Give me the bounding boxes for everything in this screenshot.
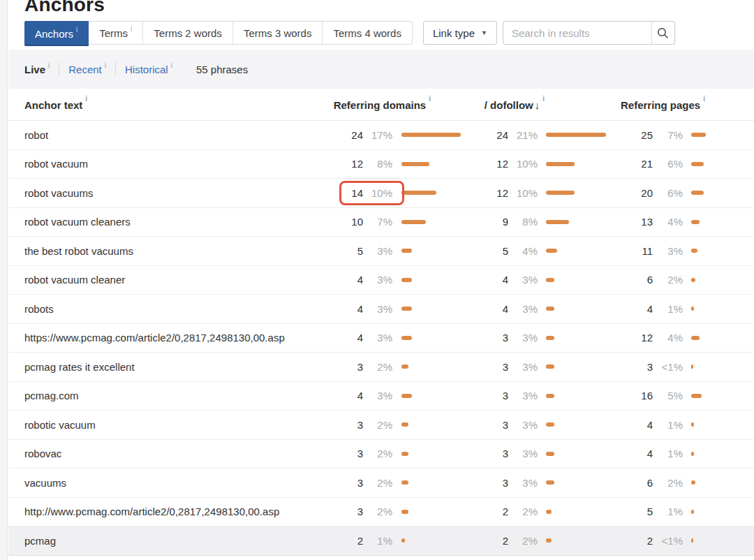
column-header-dofollow[interactable]: / dofollow↓i <box>485 98 545 110</box>
tab-terms-4-words[interactable]: Terms 4 words <box>323 22 412 44</box>
dofollow-percent: 2% <box>508 506 538 517</box>
referring-pages-bar-cell <box>683 538 754 543</box>
referring-pages-bar <box>691 452 694 456</box>
tab-terms-2-words[interactable]: Terms 2 words <box>143 22 233 44</box>
table-row[interactable]: robot vacuum cleaners107%98%134% <box>8 208 754 237</box>
anchor-text: https://www.pcmag.com/article2/0,2817,24… <box>8 332 321 344</box>
column-label: Referring pages <box>621 98 700 110</box>
dofollow-bar <box>546 510 552 514</box>
referring-pages-percent: 2% <box>653 274 683 286</box>
referring-pages-bar <box>691 162 704 166</box>
dofollow-bar <box>546 220 569 224</box>
referring-domains-bar-cell <box>392 220 475 224</box>
referring-domains-bar <box>401 510 408 514</box>
referring-pages-bar-cell <box>683 278 754 282</box>
left-gutter <box>0 0 8 560</box>
referring-domains-bar-cell <box>392 452 475 456</box>
column-header-referring-pages[interactable]: Referring pagesi <box>621 98 705 110</box>
referring-domains-percent: 2% <box>363 361 392 373</box>
anchor-text: robot <box>8 129 321 141</box>
mode-live[interactable]: Livei <box>24 64 50 75</box>
referring-pages-bar <box>691 191 704 195</box>
dofollow-bar-cell <box>538 336 619 340</box>
table-row[interactable]: robots43%43%41% <box>8 295 754 324</box>
table-row[interactable]: pcmag.com43%33%165% <box>8 382 754 411</box>
referring-pages-bar-cell <box>683 307 754 311</box>
mode-historical[interactable]: Historicali <box>125 64 172 75</box>
table-row[interactable]: vacuums32%33%62% <box>8 469 754 498</box>
link-type-dropdown[interactable]: Link type ▼ <box>423 21 497 45</box>
dofollow-percent: 3% <box>508 390 538 401</box>
dofollow-count: 9 <box>475 216 508 228</box>
dofollow-bar <box>546 249 557 253</box>
referring-domains-bar <box>401 364 408 369</box>
anchors-report: Anchors Anchorsi Termsi Terms 2 words Te… <box>8 0 754 556</box>
referring-domains-bar <box>401 249 412 253</box>
referring-pages-count: 2 <box>619 535 653 547</box>
referring-domains-bar-cell <box>392 538 475 543</box>
referring-domains-bar <box>401 162 429 166</box>
search-input[interactable] <box>503 22 651 44</box>
anchor-text: pcmag rates it excellent <box>8 361 321 373</box>
tab-terms-3-words[interactable]: Terms 3 words <box>233 22 323 44</box>
referring-pages-bar <box>691 133 706 137</box>
table-body: robot2417%2421%257%robot vacuum128%1210%… <box>8 121 754 556</box>
divider <box>59 62 59 76</box>
tab-terms[interactable]: Termsi <box>89 22 143 44</box>
dofollow-percent: 3% <box>508 332 538 344</box>
search-box <box>503 21 675 45</box>
referring-domains-bar-cell <box>392 336 475 340</box>
column-header-anchor-text[interactable]: Anchor texti <box>24 98 87 110</box>
referring-domains-bar <box>401 394 412 398</box>
column-header-referring-domains[interactable]: Referring domainsi <box>334 98 431 110</box>
dofollow-bar <box>546 133 606 137</box>
table-row[interactable]: robotic vacuum32%33%41% <box>8 411 754 440</box>
table-row[interactable]: http://www.pcmag.com/article2/0,2817,249… <box>8 498 754 527</box>
tab-label: Anchors <box>35 28 73 40</box>
referring-domains-count: 14 <box>321 187 363 199</box>
table-row[interactable]: pcmag rates it excellent32%33%3<1% <box>8 353 754 382</box>
divider <box>115 62 116 76</box>
mode-recent[interactable]: Recenti <box>68 64 106 75</box>
referring-pages-bar <box>691 278 695 282</box>
referring-domains-percent: 3% <box>363 274 392 286</box>
dofollow-count: 5 <box>475 245 508 257</box>
table-row[interactable]: robovac32%33%41% <box>8 440 754 469</box>
referring-pages-bar <box>691 249 697 253</box>
referring-pages-percent: 4% <box>653 332 683 344</box>
table-row[interactable]: pcmag21%22%2<1% <box>8 526 754 556</box>
dofollow-count: 12 <box>475 158 508 170</box>
anchor-text: robot vacuum cleaner <box>8 274 321 286</box>
referring-pages-count: 6 <box>619 274 653 286</box>
referring-domains-bar <box>401 452 408 456</box>
info-icon: i <box>85 94 87 102</box>
dofollow-bar-cell <box>538 249 619 253</box>
table-row[interactable]: robot vacuum cleaner43%43%62% <box>8 266 754 295</box>
referring-domains-count: 3 <box>321 448 363 459</box>
tab-anchors[interactable]: Anchorsi <box>24 21 89 46</box>
table-row[interactable]: https://www.pcmag.com/article2/0,2817,24… <box>8 324 754 353</box>
referring-pages-percent: 1% <box>653 419 683 431</box>
referring-pages-bar <box>691 510 694 514</box>
referring-domains-count: 10 <box>321 216 363 228</box>
dofollow-bar-cell <box>538 307 619 311</box>
table-row[interactable]: the best robot vacuums53%54%113% <box>8 237 754 266</box>
referring-domains-bar <box>401 133 461 137</box>
table-row[interactable]: robot vacuum128%1210%216% <box>8 150 754 179</box>
dofollow-bar-cell <box>538 452 619 456</box>
referring-pages-bar <box>691 394 702 398</box>
referring-pages-percent: 1% <box>653 506 683 517</box>
referring-pages-bar <box>691 538 693 543</box>
search-button[interactable] <box>651 22 674 44</box>
referring-pages-count: 12 <box>619 332 653 344</box>
referring-domains-bar <box>401 220 426 224</box>
table-row[interactable]: robot vacuums1410%1210%206% <box>8 179 754 208</box>
dofollow-bar-cell <box>538 422 619 427</box>
table-row[interactable]: robot2417%2421%257% <box>8 121 754 150</box>
anchor-text: robot vacuum <box>8 158 321 170</box>
dofollow-bar-cell <box>538 278 619 282</box>
referring-pages-percent: 7% <box>653 129 683 141</box>
dofollow-percent: 10% <box>508 187 538 199</box>
referring-pages-percent: 1% <box>653 303 683 315</box>
referring-pages-bar-cell <box>683 191 754 195</box>
